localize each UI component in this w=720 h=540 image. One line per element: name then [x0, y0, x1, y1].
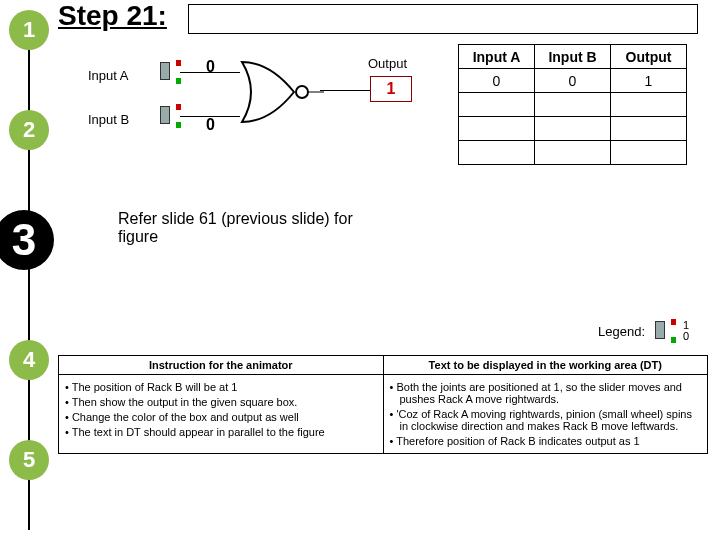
wire-out [320, 90, 370, 91]
cell [459, 117, 535, 141]
nav-step-1[interactable]: 1 [9, 10, 49, 50]
switch-red-dot-icon [671, 319, 676, 325]
cell: 0 [535, 69, 611, 93]
nav-step-4[interactable]: 4 [9, 340, 49, 380]
legend-switch-icon [655, 321, 673, 341]
legend-label: Legend: [598, 324, 645, 339]
step-title: Step 21: [58, 0, 167, 32]
switch-body-icon [160, 62, 170, 80]
truth-header-out: Output [611, 45, 687, 69]
cell [535, 93, 611, 117]
toggle-switch-b[interactable] [160, 106, 178, 126]
cell [535, 117, 611, 141]
cell: 1 [611, 69, 687, 93]
nav-step-5[interactable]: 5 [9, 440, 49, 480]
table-row [459, 93, 687, 117]
output-value-box: 1 [370, 76, 412, 102]
nor-gate-icon [240, 60, 328, 124]
list-item: The position of Rack B will be at 1 [65, 381, 377, 393]
cell: 0 [459, 69, 535, 93]
cell [611, 141, 687, 165]
truth-header-a: Input A [459, 45, 535, 69]
switch-red-dot-icon [176, 60, 181, 66]
switch-green-dot-icon [671, 337, 676, 343]
input-b-value: 0 [206, 116, 215, 134]
nav-step-3[interactable]: 3 [0, 210, 54, 270]
truth-table: Input A Input B Output 0 0 1 [458, 44, 687, 165]
list-item: Both the joints are positioned at 1, so … [390, 381, 702, 405]
slide-content: Step 21: Input A Input B 0 0 Output 1 In… [58, 0, 718, 540]
list-item: 'Coz of Rack A moving rightwards, pinion… [390, 408, 702, 432]
step-placeholder-box [188, 4, 698, 34]
nav-step-2[interactable]: 2 [9, 110, 49, 150]
switch-body-icon [160, 106, 170, 124]
animator-header: Instruction for the animator [59, 356, 384, 375]
nav-rail: 1 2 3 4 5 [5, 0, 53, 540]
toggle-switch-a[interactable] [160, 62, 178, 82]
nor-gate-circuit: Input A Input B 0 0 Output 1 [88, 50, 438, 170]
legend-zero: 0 [683, 331, 689, 342]
switch-green-dot-icon [176, 122, 181, 128]
switch-green-dot-icon [176, 78, 181, 84]
wire-a [180, 72, 240, 73]
table-row [459, 117, 687, 141]
output-label: Output [368, 56, 407, 71]
svg-point-0 [296, 86, 308, 98]
input-a-label: Input A [88, 68, 128, 83]
truth-header-b: Input B [535, 45, 611, 69]
input-b-label: Input B [88, 112, 129, 127]
cell [535, 141, 611, 165]
switch-body-icon [655, 321, 665, 339]
switch-red-dot-icon [176, 104, 181, 110]
dt-header: Text to be displayed in the working area… [383, 356, 708, 375]
cell [611, 93, 687, 117]
list-item: Then show the output in the given square… [65, 396, 377, 408]
refer-note: Refer slide 61 (previous slide) for figu… [118, 210, 378, 246]
table-row [459, 141, 687, 165]
legend: Legend: 1 0 [598, 320, 689, 342]
list-item: The text in DT should appear in parallel… [65, 426, 377, 438]
cell [611, 117, 687, 141]
input-a-value: 0 [206, 58, 215, 76]
list-item: Change the color of the box and output a… [65, 411, 377, 423]
instruction-table: Instruction for the animator Text to be … [58, 355, 708, 454]
legend-values: 1 0 [683, 320, 689, 342]
animator-cell: The position of Rack B will be at 1 Then… [59, 375, 384, 454]
table-row: 0 0 1 [459, 69, 687, 93]
wire-b [180, 116, 240, 117]
cell [459, 141, 535, 165]
cell [459, 93, 535, 117]
dt-cell: Both the joints are positioned at 1, so … [383, 375, 708, 454]
list-item: Therefore position of Rack B indicates o… [390, 435, 702, 447]
